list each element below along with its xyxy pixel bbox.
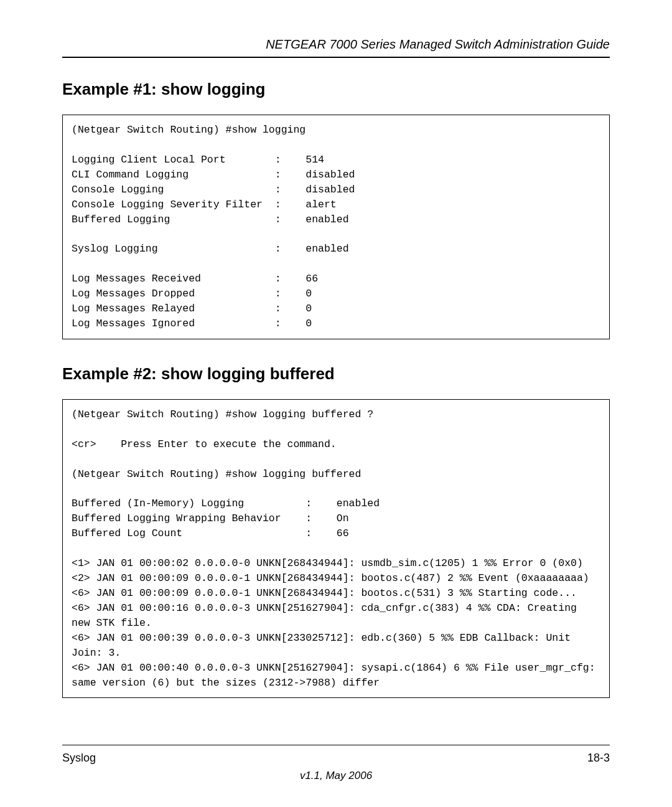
footer-page-number: 18-3	[587, 752, 610, 765]
example-2-heading: Example #2: show logging buffered	[62, 364, 610, 384]
example-1-heading: Example #1: show logging	[62, 80, 610, 99]
page-footer: Syslog 18-3 v1.1, May 2006	[62, 745, 610, 782]
example-1-code-block: (Netgear Switch Routing) #show logging L…	[62, 115, 610, 339]
example-2-code-block: (Netgear Switch Routing) #show logging b…	[62, 399, 610, 699]
page-header-title: NETGEAR 7000 Series Managed Switch Admin…	[62, 37, 610, 58]
footer-version: v1.1, May 2006	[62, 770, 610, 782]
footer-chapter-name: Syslog	[62, 752, 96, 765]
